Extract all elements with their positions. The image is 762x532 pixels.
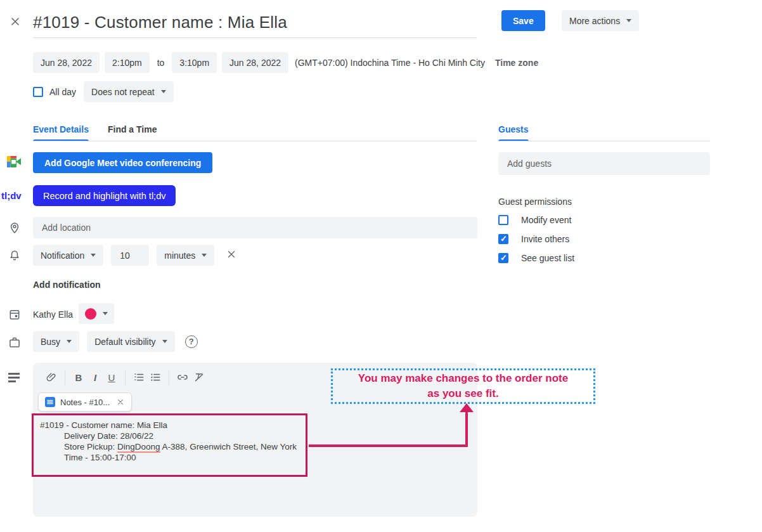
invite-others-checkbox[interactable]: [498, 234, 508, 244]
modify-event-checkbox[interactable]: [498, 215, 508, 225]
notification-count-input[interactable]: [111, 245, 149, 266]
bold-button[interactable]: B: [70, 369, 87, 386]
recurrence-value: Does not repeat: [91, 87, 155, 97]
note-line: #1019 - Customer name: Mia Ella: [40, 420, 299, 431]
italic-button[interactable]: I: [87, 369, 103, 386]
modify-event-label: Modify event: [521, 215, 571, 225]
notification-unit-dropdown[interactable]: minutes: [157, 245, 214, 266]
add-notification-button[interactable]: Add notification: [33, 280, 101, 290]
event-color-dot: [85, 308, 96, 320]
see-guest-list-checkbox[interactable]: [498, 253, 508, 263]
chevron-down-icon: [162, 340, 167, 343]
chevron-down-icon: [626, 19, 631, 22]
close-button[interactable]: [9, 15, 22, 30]
notification-bell-icon: [8, 249, 21, 265]
notification-type-dropdown[interactable]: Notification: [33, 245, 103, 266]
start-date-field[interactable]: Jun 28, 2022: [33, 52, 100, 73]
busy-dropdown[interactable]: Busy: [33, 331, 79, 352]
visibility-value: Default visibility: [94, 337, 155, 347]
event-color-dropdown[interactable]: [79, 303, 114, 324]
order-note-text[interactable]: #1019 - Customer name: Mia Ella Delivery…: [32, 413, 307, 477]
annotation-line: You may make changes to the order note: [337, 371, 590, 386]
chevron-down-icon: [67, 340, 72, 343]
recurrence-dropdown[interactable]: Does not repeat: [84, 81, 174, 102]
underline-button[interactable]: U: [103, 369, 120, 386]
numbered-list-button[interactable]: [131, 369, 147, 386]
tldv-record-button[interactable]: Record and highlight with tl;dv: [33, 185, 176, 206]
all-day-checkbox[interactable]: [33, 87, 43, 97]
help-icon[interactable]: ?: [185, 335, 198, 348]
annotation-arrow-head: [460, 403, 474, 412]
remove-attachment-icon[interactable]: [116, 398, 125, 406]
attachment-chip[interactable]: Notes - #10...: [38, 393, 132, 412]
attach-file-button[interactable]: [43, 369, 60, 386]
close-icon: [9, 15, 22, 28]
google-meet-icon: [7, 155, 22, 171]
location-icon: [8, 221, 21, 237]
clear-formatting-button[interactable]: [191, 369, 207, 386]
numbered-list-icon: [133, 372, 145, 383]
annotation-arrow-horizontal: [309, 444, 468, 447]
annotation-callout: You may make changes to the order note a…: [331, 368, 595, 404]
notification-unit-value: minutes: [164, 250, 195, 261]
calendar-owner-label: Kathy Ella: [33, 309, 73, 320]
add-guests-input[interactable]: [498, 152, 710, 175]
chevron-down-icon: [161, 90, 166, 93]
paperclip-icon: [46, 372, 57, 383]
visibility-dropdown[interactable]: Default visibility: [87, 331, 174, 352]
permission-row: See guest list: [498, 253, 574, 263]
add-meet-button[interactable]: Add Google Meet video conferencing: [33, 152, 212, 173]
end-date-field[interactable]: Jun 28, 2022: [222, 52, 288, 73]
event-title-field[interactable]: #1019 - Customer name : Mia Ella: [33, 13, 287, 32]
note-line: Time - 15:00-17:00: [40, 452, 299, 463]
remove-notification-button[interactable]: [226, 249, 237, 263]
link-icon: [176, 371, 189, 384]
note-line: Store Pickup: DingDoong A-388, Greenwich…: [40, 441, 299, 452]
tab-find-a-time[interactable]: Find a Time: [108, 124, 157, 134]
tldv-logo: tl;dv: [1, 190, 22, 201]
location-input[interactable]: [33, 217, 477, 238]
more-actions-label: More actions: [569, 16, 620, 26]
misspelled-word: DingDoong: [117, 442, 160, 453]
timezone-text: (GMT+07:00) Indochina Time - Ho Chi Minh…: [295, 58, 485, 68]
annotation-arrow-vertical: [465, 412, 468, 447]
invite-others-label: Invite others: [521, 234, 569, 244]
tab-event-details[interactable]: Event Details: [33, 124, 89, 134]
chevron-down-icon: [202, 254, 207, 257]
google-doc-icon: [45, 397, 55, 407]
timezone-button[interactable]: Time zone: [495, 58, 538, 68]
see-guest-list-label: See guest list: [521, 253, 574, 263]
permission-row: Modify event: [498, 215, 571, 225]
save-button[interactable]: Save: [501, 10, 545, 31]
event-edit-page: #1019 - Customer name : Mia Ella Save Mo…: [0, 0, 762, 532]
end-time-field[interactable]: 3:10pm: [172, 52, 217, 73]
insert-link-button[interactable]: [174, 369, 191, 386]
busy-value: Busy: [41, 337, 60, 347]
attachment-chip-label: Notes - #10...: [60, 398, 110, 407]
toolbar-separator: [125, 370, 126, 385]
toolbar-separator: [65, 370, 65, 385]
permission-row: Invite others: [498, 234, 569, 244]
bulleted-list-icon: [150, 372, 161, 383]
close-icon: [226, 249, 237, 260]
format-clear-icon: [193, 372, 205, 383]
more-actions-button[interactable]: More actions: [562, 10, 639, 31]
chevron-down-icon: [103, 312, 108, 315]
note-line: Delivery Date: 28/06/22: [40, 431, 299, 441]
guest-permissions-label: Guest permissions: [498, 197, 572, 207]
toolbar-separator: [169, 370, 169, 385]
guests-tabs-divider: [498, 141, 710, 141]
bulleted-list-button[interactable]: [147, 369, 164, 386]
annotation-line: as you see fit.: [337, 386, 590, 401]
to-label: to: [157, 58, 165, 68]
chevron-down-icon: [91, 254, 96, 257]
tab-guests[interactable]: Guests: [498, 124, 528, 134]
all-day-label: All day: [49, 87, 76, 97]
description-icon: [8, 373, 20, 382]
start-time-field[interactable]: 2:10pm: [105, 52, 150, 73]
busy-briefcase-icon: [8, 336, 21, 351]
title-underline: [33, 37, 477, 38]
tabs-divider: [33, 141, 477, 141]
calendar-icon: [8, 308, 21, 323]
notification-type-value: Notification: [41, 250, 84, 261]
